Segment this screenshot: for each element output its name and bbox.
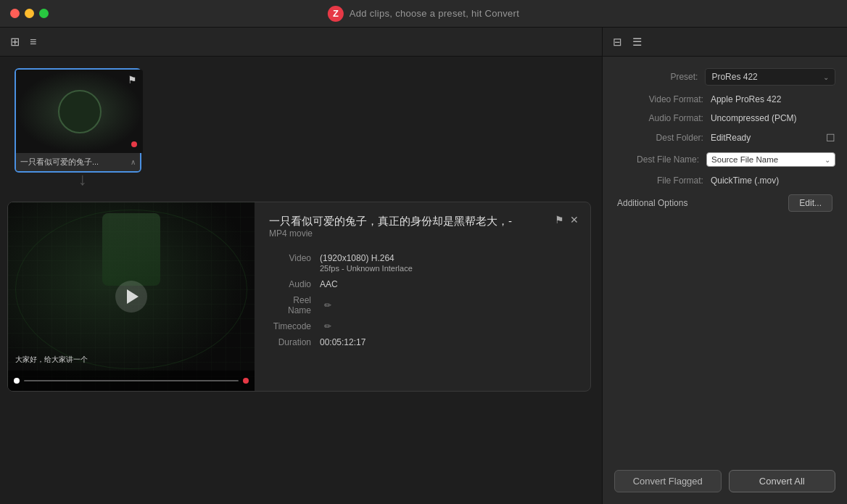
preset-label: Preset: (614, 72, 705, 82)
file-format-row: File Format: QuickTime (.mov) (614, 175, 835, 186)
duration-value: 00:05:12:17 (320, 337, 365, 347)
dest-folder-value-area: EditReady ☐ (711, 132, 835, 144)
video-figure (102, 213, 160, 286)
clip-thumb-inner (16, 70, 143, 153)
clip-thumbnail: ⚑ (16, 70, 143, 153)
connector-arrow: ↓ (78, 169, 87, 189)
main-layout: ⊞ ≡ ⚑ 一只看似可爱的兔子... ∧ (0, 28, 847, 504)
titlebar: Z Add clips, choose a preset, hit Conver… (0, 0, 847, 28)
video-subtitle: 大家好，给大家讲一个 (15, 355, 88, 365)
clip-close-icon[interactable]: ✕ (570, 214, 579, 226)
clip-info-header: 一只看似可爱的兔子，真正的身份却是黑帮老大，- MP4 movie ⚑ ✕ (269, 214, 579, 249)
settings-area: Preset: ProRes 422 ⌄ Video Format: Apple… (603, 57, 847, 458)
clip-info-panel: 一只看似可爱的兔子，真正的身份却是黑帮老大，- MP4 movie ⚑ ✕ Vi… (255, 202, 590, 391)
dest-file-name-row: Dest File Name: Source File Name ⌄ (614, 152, 835, 167)
folder-icon[interactable]: ☐ (826, 132, 835, 144)
video-format-value: Apple ProRes 422 (711, 94, 835, 104)
convert-flagged-button[interactable]: Convert Flagged (614, 470, 722, 492)
close-button[interactable] (10, 9, 20, 18)
video-controls[interactable] (8, 371, 255, 391)
play-triangle-icon (127, 289, 139, 304)
dest-file-name-label: Dest File Name: (614, 154, 706, 165)
preset-value: ProRes 422 (711, 72, 757, 82)
thumb-art (16, 70, 143, 153)
record-dot (243, 378, 249, 384)
clip-title: 一只看似可爱的兔子，真正的身份却是黑帮老大，- (269, 214, 512, 228)
flag-icon[interactable]: ⚑ (128, 74, 137, 86)
list-view-icon[interactable]: ≡ (30, 36, 36, 49)
video-info-row: Video (1920x1080) H.264 25fps - Unknown … (269, 253, 579, 273)
clip-flag-icon[interactable]: ⚑ (555, 214, 564, 226)
timecode-label: Timecode (269, 321, 320, 331)
audio-info-row: Audio AAC (269, 279, 579, 289)
reel-name-row: Reel Name ✏ (269, 295, 579, 315)
right-toolbar: ⊟ ☰ (603, 28, 847, 57)
video-format-row: Video Format: Apple ProRes 422 (614, 94, 835, 104)
progress-bar[interactable] (24, 380, 239, 381)
audio-value: AAC (320, 279, 338, 289)
dest-folder-value: EditReady (711, 133, 822, 143)
dest-folder-row: Dest Folder: EditReady ☐ (614, 132, 835, 144)
convert-all-button[interactable]: Convert All (729, 470, 836, 492)
dest-file-dropdown-arrow: ⌄ (825, 156, 830, 164)
video-format-label: Video Format: (614, 94, 711, 104)
left-panel: ⊞ ≡ ⚑ 一只看似可爱的兔子... ∧ (0, 28, 602, 504)
clip-video-preview[interactable]: 大家好，给大家讲一个 (8, 202, 255, 391)
titlebar-center: Z Add clips, choose a preset, hit Conver… (328, 6, 519, 22)
preset-dropdown[interactable]: ProRes 422 ⌄ (705, 68, 835, 86)
video-background: 大家好，给大家讲一个 (8, 202, 255, 391)
maximize-button[interactable] (39, 9, 49, 18)
grid-view-icon[interactable]: ⊞ (10, 35, 20, 49)
preset-dropdown-arrow: ⌄ (823, 73, 829, 81)
timecode-row: Timecode ✏ (269, 321, 579, 331)
app-title: Add clips, choose a preset, hit Convert (350, 8, 519, 19)
right-panel: ⊟ ☰ Preset: ProRes 422 ⌄ Video Format: A… (602, 28, 847, 504)
clip-card[interactable]: ⚑ 一只看似可爱的兔子... ∧ (15, 68, 141, 173)
duration-row: Duration 00:05:12:17 (269, 337, 579, 347)
preset-row: Preset: ProRes 422 ⌄ (614, 68, 835, 86)
clip-detail: 大家好，给大家讲一个 一只看似可爱的兔子，真正的身份却是黑帮老大，- MP4 m… (7, 202, 591, 392)
audio-label: Audio (269, 279, 320, 289)
app-logo: Z (328, 6, 344, 22)
audio-format-row: Audio Format: Uncompressed (PCM) (614, 113, 835, 123)
clips-area: ⚑ 一只看似可爱的兔子... ∧ ↓ (0, 57, 602, 504)
clip-type: MP4 movie (269, 228, 512, 239)
duration-label: Duration (269, 337, 320, 347)
dest-file-name-input[interactable]: Source File Name ⌄ (706, 152, 835, 167)
sliders-icon[interactable]: ⊟ (613, 36, 622, 49)
file-format-value: QuickTime (.mov) (711, 175, 835, 186)
audio-format-value: Uncompressed (PCM) (711, 113, 835, 123)
video-codec: (1920x1080) H.264 25fps - Unknown Interl… (320, 253, 413, 273)
audio-format-label: Audio Format: (614, 113, 711, 123)
minimize-button[interactable] (25, 9, 34, 18)
edit-button[interactable]: Edit... (788, 194, 832, 212)
video-label: Video (269, 253, 320, 273)
list-settings-icon[interactable]: ☰ (632, 36, 642, 49)
dest-file-name-value: Source File Name (711, 155, 778, 164)
traffic-lights (0, 9, 49, 18)
convert-buttons-area: Convert Flagged Convert All (603, 458, 847, 504)
dest-folder-label: Dest Folder: (614, 133, 711, 143)
timecode-edit-icon[interactable]: ✏ (324, 321, 331, 331)
play-button[interactable] (115, 281, 147, 313)
clip-label-text: 一只看似可爱的兔子... (20, 157, 99, 168)
reel-name-label: Reel Name (269, 295, 320, 315)
playhead-dot (14, 378, 20, 384)
file-format-label: File Format: (614, 175, 711, 186)
additional-options-row: Additional Options Edit... (614, 194, 835, 212)
clip-info-actions: ⚑ ✕ (555, 214, 579, 226)
thumb-circle (58, 90, 102, 133)
clip-red-dot (131, 141, 137, 147)
clip-chevron-icon: ∧ (131, 158, 136, 166)
additional-options-label: Additional Options (617, 198, 687, 208)
left-toolbar: ⊞ ≡ (0, 28, 602, 57)
reel-edit-icon[interactable]: ✏ (324, 300, 331, 310)
